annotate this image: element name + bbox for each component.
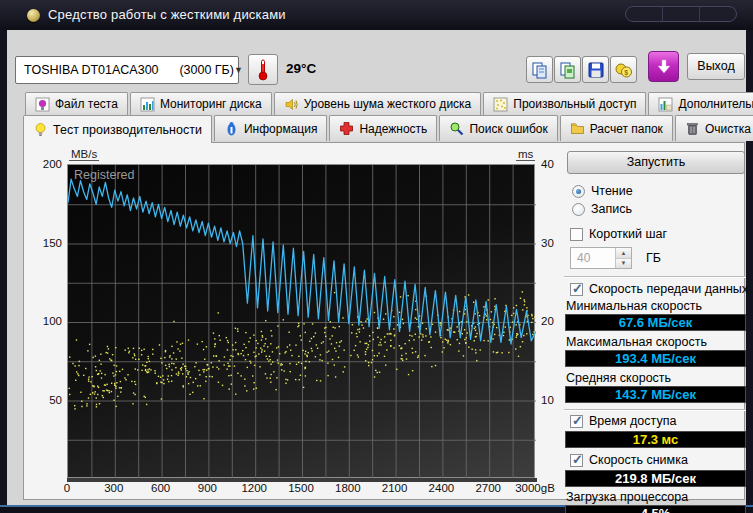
- download-button[interactable]: [648, 51, 679, 82]
- x-axis-tick: 2400: [429, 482, 455, 494]
- step-size-value[interactable]: 40: [571, 248, 615, 268]
- read-radio[interactable]: Чтение: [572, 184, 633, 198]
- tab-label: Расчет папок: [590, 122, 663, 136]
- access-time-value: 17.3 мс: [565, 431, 746, 448]
- x-axis-tick: 1200: [241, 482, 267, 494]
- access-time-checkbox-box[interactable]: [570, 415, 583, 428]
- tab-label: Тест производительности: [53, 123, 202, 137]
- tab-row-secondary: Файл теста Мониторинг диска Уровень шума…: [25, 92, 753, 116]
- extra-tests-icon: [658, 97, 673, 112]
- x-axis-tick: 600: [151, 482, 170, 494]
- transfer-rate-checkbox[interactable]: Скорость передачи данных: [570, 282, 748, 296]
- thermometer-icon: [257, 58, 269, 82]
- lamp-magenta-icon: [35, 97, 50, 112]
- start-button[interactable]: Запустить: [567, 151, 745, 174]
- save-icon: [587, 61, 605, 79]
- benchmark-chart: Registered: [67, 164, 535, 478]
- tab-noise-level[interactable]: Уровень шума жесткого диска: [274, 92, 482, 115]
- avg-speed-label: Средняя скорость: [566, 371, 671, 385]
- x-axis-tick: 300: [104, 482, 123, 494]
- separator: [564, 409, 746, 411]
- burst-rate-label: Скорость снимка: [589, 453, 688, 467]
- tab-label: Надежность: [359, 122, 427, 136]
- tab-label: Очистка: [705, 122, 751, 136]
- tab-label: Поиск ошибок: [469, 122, 547, 136]
- tab-label: Уровень шума жесткого диска: [304, 97, 472, 111]
- left-axis-tick: 200: [28, 158, 62, 170]
- x-axis-tick: 900: [198, 482, 217, 494]
- tab-information[interactable]: Информация: [214, 115, 327, 141]
- save-button[interactable]: [582, 56, 609, 83]
- tab-folder-usage[interactable]: Расчет папок: [560, 115, 673, 141]
- cpu-usage-label: Загрузка процессора: [566, 490, 688, 504]
- x-axis-tick: 2100: [382, 482, 408, 494]
- tab-cleanup[interactable]: Очистка: [675, 115, 753, 141]
- tab-reliability[interactable]: Надежность: [329, 115, 437, 141]
- speaker-icon: [284, 97, 299, 112]
- x-axis-tick: 2700: [475, 482, 501, 494]
- write-radio[interactable]: Запись: [572, 202, 632, 216]
- chevron-down-icon: ▼: [234, 65, 243, 75]
- x-axis-tick: 0: [64, 482, 70, 494]
- tab-performance-test[interactable]: Тест производительности: [23, 115, 212, 143]
- window-title: Средство работы с жесткими дисками: [48, 7, 286, 22]
- chart-watermark: Registered: [74, 168, 134, 182]
- short-step-checkbox-box[interactable]: [570, 228, 583, 241]
- coins-button[interactable]: $: [610, 56, 637, 83]
- window-buttons: [625, 6, 737, 22]
- x-axis-tick: 3000gB: [515, 482, 555, 494]
- tab-label: Произвольный доступ: [513, 97, 636, 111]
- info-icon: [224, 121, 239, 136]
- chart-canvas: [68, 165, 536, 479]
- read-radio-label: Чтение: [591, 184, 633, 198]
- min-speed-value: 67.6 МБ/сек: [565, 314, 746, 331]
- short-step-checkbox[interactable]: Короткий шаг: [570, 227, 667, 241]
- exit-button[interactable]: Выход: [687, 53, 745, 80]
- tab-row-primary: Тест производительности Информация Надеж…: [23, 115, 753, 142]
- step-unit-label: ГБ: [646, 251, 661, 265]
- stepper-up-icon[interactable]: ▲: [616, 248, 631, 259]
- temperature-label: 29°C: [286, 61, 316, 76]
- copy-image-icon: [559, 61, 577, 79]
- copy-button[interactable]: [526, 56, 553, 83]
- drive-selector[interactable]: TOSHIBA DT01ACA300 (3000 ГБ) ▼: [15, 56, 239, 84]
- transfer-rate-label: Скорость передачи данных: [589, 282, 748, 296]
- tab-label: Мониторинг диска: [160, 97, 262, 111]
- short-step-label: Короткий шаг: [589, 227, 667, 241]
- coins-icon: $: [614, 61, 634, 79]
- app-window: Средство работы с жесткими дисками TOSHI…: [0, 0, 753, 513]
- min-speed-label: Минимальная скорость: [566, 299, 702, 313]
- maximize-button[interactable]: [663, 7, 700, 21]
- separator: [564, 276, 746, 278]
- performance-panel: MB/s ms Registered 20015010050 40302010 …: [23, 142, 745, 500]
- close-button[interactable]: [700, 7, 736, 21]
- max-speed-value: 193.4 МБ/сек: [565, 350, 746, 367]
- tab-test-file[interactable]: Файл теста: [25, 92, 128, 115]
- minimize-button[interactable]: [626, 7, 663, 21]
- tab-disk-monitoring[interactable]: Мониторинг диска: [130, 92, 272, 115]
- read-radio-circle[interactable]: [572, 185, 585, 198]
- step-size-stepper[interactable]: 40 ▲▼: [570, 247, 632, 269]
- tab-label: Файл теста: [55, 97, 118, 111]
- burst-rate-checkbox-box[interactable]: [570, 454, 583, 467]
- client-area: TOSHIBA DT01ACA300 (3000 ГБ) ▼ 29°C: [7, 30, 746, 505]
- access-time-checkbox[interactable]: Время доступа: [570, 414, 676, 428]
- stepper-down-icon[interactable]: ▼: [616, 259, 631, 269]
- tab-label: Дополнительные тесты: [678, 97, 753, 111]
- cpu-usage-value: 4.5%: [565, 505, 746, 513]
- tab-error-scan[interactable]: Поиск ошибок: [439, 115, 557, 141]
- tab-random-access[interactable]: Произвольный доступ: [483, 92, 646, 115]
- transfer-rate-checkbox-box[interactable]: [570, 283, 583, 296]
- burst-rate-checkbox[interactable]: Скорость снимка: [570, 453, 688, 467]
- left-axis-tick: 50: [28, 394, 62, 406]
- copy-image-button[interactable]: [554, 56, 581, 83]
- left-axis-tick: 150: [28, 237, 62, 249]
- copy-icon: [531, 61, 549, 79]
- left-axis-tick: 100: [28, 315, 62, 327]
- tab-extra-tests[interactable]: Дополнительные тесты: [648, 92, 753, 115]
- stepper-arrows[interactable]: ▲▼: [615, 248, 631, 268]
- write-radio-circle[interactable]: [572, 203, 585, 216]
- magnifier-icon: [449, 121, 464, 136]
- max-speed-label: Максимальная скорость: [566, 335, 707, 349]
- temperature-button[interactable]: [248, 54, 278, 85]
